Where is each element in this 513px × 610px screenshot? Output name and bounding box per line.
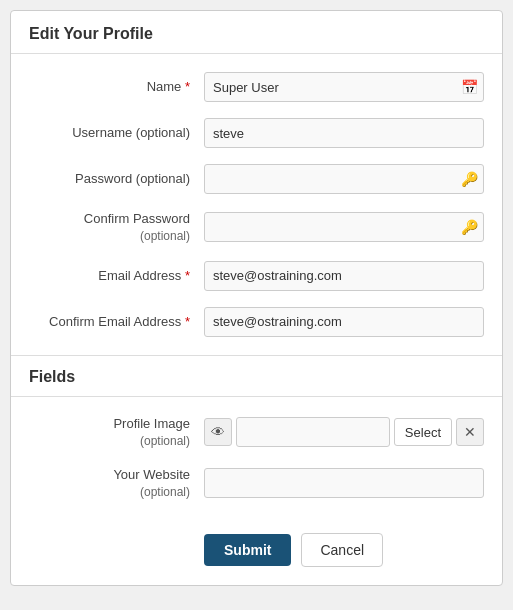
username-row: Username (optional) bbox=[11, 110, 502, 156]
eye-button[interactable]: 👁 bbox=[204, 418, 232, 446]
confirm-password-label: Confirm Password (optional) bbox=[29, 210, 204, 245]
password-label: Password (optional) bbox=[29, 170, 204, 188]
email-required-star: * bbox=[185, 268, 190, 283]
page-title: Edit Your Profile bbox=[11, 11, 502, 54]
confirm-password-field-container: 🔑 bbox=[204, 212, 484, 242]
username-field-container bbox=[204, 118, 484, 148]
confirm-email-label: Confirm Email Address * bbox=[29, 313, 204, 331]
email-field-container bbox=[204, 261, 484, 291]
confirm-email-input[interactable] bbox=[204, 307, 484, 337]
fields-section: Profile Image (optional) 👁 Select ✕ Your… bbox=[11, 397, 502, 519]
profile-image-row: Profile Image (optional) 👁 Select ✕ bbox=[11, 407, 502, 458]
fields-title: Fields bbox=[11, 355, 502, 397]
select-button[interactable]: Select bbox=[394, 418, 452, 446]
email-row: Email Address * bbox=[11, 253, 502, 299]
confirm-email-row: Confirm Email Address * bbox=[11, 299, 502, 345]
password-row: Password (optional) 🔑 bbox=[11, 156, 502, 202]
username-label: Username (optional) bbox=[29, 124, 204, 142]
file-input-row: 👁 Select ✕ bbox=[204, 417, 484, 447]
file-text-input[interactable] bbox=[236, 417, 390, 447]
confirm-password-row: Confirm Password (optional) 🔑 bbox=[11, 202, 502, 253]
profile-image-label: Profile Image (optional) bbox=[29, 415, 204, 450]
clear-button[interactable]: ✕ bbox=[456, 418, 484, 446]
button-row: Submit Cancel bbox=[186, 519, 502, 585]
password-input[interactable] bbox=[204, 164, 484, 194]
submit-button[interactable]: Submit bbox=[204, 534, 291, 566]
name-row: Name * 📅 bbox=[11, 64, 502, 110]
email-label: Email Address * bbox=[29, 267, 204, 285]
website-input[interactable] bbox=[204, 468, 484, 498]
cancel-button[interactable]: Cancel bbox=[301, 533, 383, 567]
confirm-password-input[interactable] bbox=[204, 212, 484, 242]
email-input[interactable] bbox=[204, 261, 484, 291]
name-required-star: * bbox=[185, 79, 190, 94]
name-input[interactable] bbox=[204, 72, 484, 102]
key-icon-confirm: 🔑 bbox=[461, 219, 478, 235]
website-label: Your Website (optional) bbox=[29, 466, 204, 501]
name-field-container: 📅 bbox=[204, 72, 484, 102]
password-field-container: 🔑 bbox=[204, 164, 484, 194]
confirm-email-field-container bbox=[204, 307, 484, 337]
calendar-icon: 📅 bbox=[461, 79, 478, 95]
website-row: Your Website (optional) bbox=[11, 458, 502, 509]
username-input[interactable] bbox=[204, 118, 484, 148]
form-section: Name * 📅 Username (optional) Password (o… bbox=[11, 54, 502, 355]
name-label: Name * bbox=[29, 78, 204, 96]
key-icon: 🔑 bbox=[461, 171, 478, 187]
confirm-email-required-star: * bbox=[185, 314, 190, 329]
profile-image-field-container: 👁 Select ✕ bbox=[204, 417, 484, 447]
website-field-container bbox=[204, 468, 484, 498]
edit-profile-page: Edit Your Profile Name * 📅 Username (opt… bbox=[10, 10, 503, 586]
